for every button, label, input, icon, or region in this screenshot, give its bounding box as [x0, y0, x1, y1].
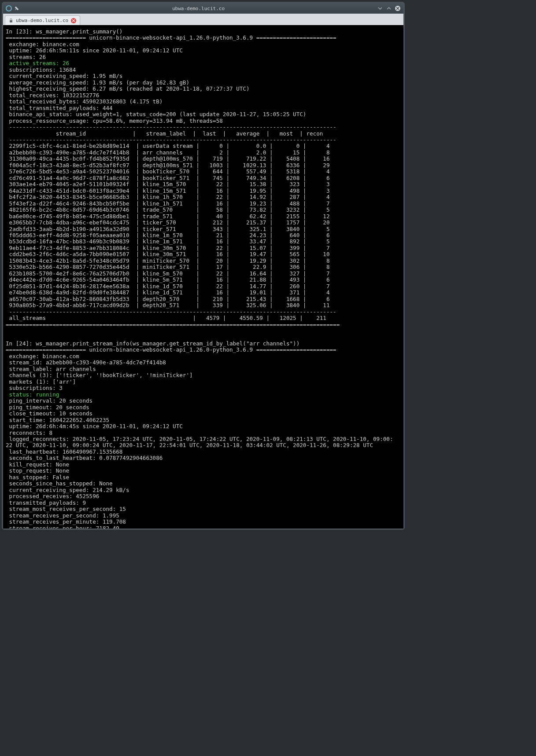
app-icon — [6, 5, 12, 11]
tab-active[interactable]: ubwa-demo.lucit.co — [5, 15, 80, 25]
svg-rect-2 — [10, 20, 12, 22]
minimize-button[interactable] — [377, 5, 383, 11]
window-titlebar: ubwa-demo.lucit.co — [3, 3, 403, 14]
window-title: ubwa-demo.lucit.co — [20, 6, 377, 11]
terminal-window: ubwa-demo.lucit.co ubwa-demo.lucit.co In… — [2, 2, 405, 530]
tab-label: ubwa-demo.lucit.co — [16, 18, 68, 23]
close-button[interactable] — [395, 5, 401, 11]
svg-point-0 — [6, 6, 11, 11]
lock-icon — [9, 18, 13, 23]
tab-close-icon[interactable] — [71, 18, 76, 23]
pin-icon[interactable] — [14, 5, 20, 11]
terminal-output[interactable]: In [23]: ws_manager.print_summary() ====… — [3, 25, 403, 528]
maximize-button[interactable] — [386, 5, 392, 11]
tab-bar: ubwa-demo.lucit.co — [3, 14, 403, 25]
